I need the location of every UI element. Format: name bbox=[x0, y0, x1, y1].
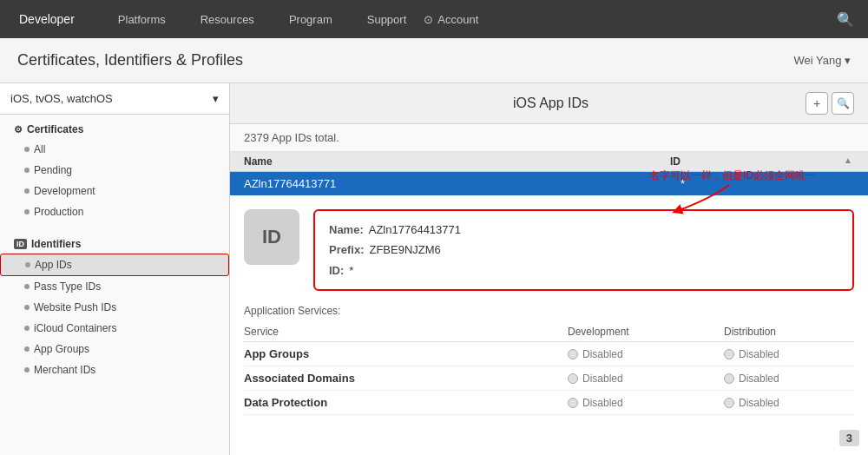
sidebar-item-merchantids-label: Merchant IDs bbox=[34, 364, 95, 376]
sidebar-item-all[interactable]: All bbox=[0, 139, 229, 160]
service-associateddomains-dev: Disabled bbox=[568, 373, 724, 385]
content-title: iOS App IDs bbox=[296, 96, 806, 111]
services-section: Application Services: Service Developmen… bbox=[230, 305, 868, 425]
sidebar: iOS, tvOS, watchOS ▾ ⚙ Certificates All … bbox=[0, 83, 230, 455]
nav-program[interactable]: Program bbox=[272, 0, 350, 38]
app-ids-count: 2379 App IDs total. bbox=[230, 124, 868, 152]
identifiers-icon: ID bbox=[14, 239, 27, 249]
search-icon: 🔍 bbox=[837, 97, 850, 109]
svc-header-service: Service bbox=[244, 326, 568, 338]
radio-appgroups-dist: Disabled bbox=[724, 348, 854, 360]
sort-icon[interactable]: ▲ bbox=[844, 155, 854, 168]
services-table-header: Service Development Distribution bbox=[244, 322, 854, 342]
radio-assocdomains-dev: Disabled bbox=[568, 373, 724, 385]
name-value: AZln17764413771 bbox=[369, 220, 461, 240]
sidebar-item-passtypeids[interactable]: Pass Type IDs bbox=[0, 276, 229, 297]
page-badge: 3 bbox=[839, 430, 859, 446]
sidebar-item-icloudcontainers[interactable]: iCloud Containers bbox=[0, 318, 229, 339]
info-name-row: Name: AZln17764413771 bbox=[329, 220, 838, 240]
radio-dataprot-dist: Disabled bbox=[724, 397, 854, 409]
dataprot-dist-value: Disabled bbox=[739, 397, 779, 409]
table-header: Name ID ▲ bbox=[230, 152, 868, 172]
nav-search-icon[interactable]: 🔍 bbox=[837, 11, 854, 28]
dot-icon bbox=[24, 147, 30, 152]
service-appgroups-dev: Disabled bbox=[568, 348, 724, 360]
section-certificates: ⚙ Certificates bbox=[0, 115, 229, 139]
service-appgroups-dist: Disabled bbox=[724, 348, 854, 360]
selected-row[interactable]: AZln17764413771 * bbox=[230, 172, 868, 195]
name-label: Name: bbox=[329, 220, 364, 240]
radio-dataprot-dev: Disabled bbox=[568, 397, 724, 409]
section-certificates-label: Certificates bbox=[27, 123, 83, 135]
assocdomains-dev-value: Disabled bbox=[582, 373, 623, 385]
page-title: Certificates, Identifiers & Profiles bbox=[17, 51, 243, 69]
dataprot-dev-value: Disabled bbox=[582, 397, 623, 409]
chevron-down-icon: ▾ bbox=[213, 92, 219, 105]
service-appgroups-name: App Groups bbox=[244, 347, 568, 360]
svc-header-development: Development bbox=[568, 326, 724, 338]
user-name[interactable]: Wei Yang bbox=[793, 54, 851, 67]
radio-circle-icon bbox=[568, 349, 578, 359]
nav-platforms[interactable]: Platforms bbox=[101, 0, 183, 38]
nav-items: Platforms Resources Program Support ⊙ Ac… bbox=[101, 0, 823, 38]
detail-area: ID Name: AZln17764413771 Prefix: ZFBE9NJ… bbox=[230, 195, 868, 305]
content-area: iOS App IDs + 🔍 2379 App IDs total. Name… bbox=[230, 83, 868, 455]
services-title: Application Services: bbox=[244, 305, 854, 317]
nav-account[interactable]: ⊙ Account bbox=[424, 13, 478, 26]
platform-label: iOS, tvOS, watchOS bbox=[10, 92, 113, 105]
sidebar-item-merchantids[interactable]: Merchant IDs bbox=[0, 359, 229, 380]
dot-icon bbox=[24, 209, 30, 214]
top-nav: Developer Platforms Resources Program Su… bbox=[0, 0, 868, 38]
platform-dropdown[interactable]: iOS, tvOS, watchOS ▾ bbox=[0, 83, 229, 115]
prefix-value: ZFBE9NJZM6 bbox=[369, 240, 440, 260]
service-dataprotection-dist: Disabled bbox=[724, 397, 854, 409]
sidebar-item-production[interactable]: Production bbox=[0, 201, 229, 222]
logo-text: Developer bbox=[19, 12, 75, 26]
add-button[interactable]: + bbox=[806, 92, 828, 115]
assocdomains-dist-value: Disabled bbox=[739, 373, 779, 385]
service-row-associateddomains: Associated Domains Disabled Disabled bbox=[244, 366, 854, 391]
dot-icon bbox=[25, 262, 30, 267]
detail-id-icon: ID bbox=[244, 209, 299, 265]
sidebar-item-websitepushids[interactable]: Website Push IDs bbox=[0, 297, 229, 318]
col-name-header: Name bbox=[244, 155, 670, 168]
section-identifiers-label: Identifiers bbox=[31, 238, 81, 250]
sidebar-item-appids[interactable]: App IDs bbox=[0, 254, 229, 276]
sidebar-item-appgroups[interactable]: App Groups bbox=[0, 339, 229, 359]
radio-circle-icon bbox=[724, 398, 734, 408]
dot-icon bbox=[24, 284, 30, 289]
radio-circle-icon bbox=[724, 349, 734, 359]
search-button[interactable]: 🔍 bbox=[832, 92, 854, 115]
service-row-appgroups: App Groups Disabled Disabled bbox=[244, 342, 854, 366]
id-label: ID: bbox=[329, 260, 344, 280]
dot-icon bbox=[24, 305, 30, 310]
dot-icon bbox=[24, 326, 30, 331]
sidebar-item-all-label: All bbox=[34, 143, 45, 155]
col-id-header: ID bbox=[670, 155, 844, 168]
sidebar-item-pending[interactable]: Pending bbox=[0, 160, 229, 181]
svc-header-distribution: Distribution bbox=[724, 326, 854, 338]
radio-circle-icon bbox=[568, 398, 578, 408]
radio-circle-icon bbox=[568, 373, 578, 384]
sidebar-item-development[interactable]: Development bbox=[0, 181, 229, 201]
account-icon: ⊙ bbox=[424, 13, 433, 26]
section-identifiers: ID Identifiers bbox=[0, 229, 229, 254]
service-row-dataprotection: Data Protection Disabled Disabled bbox=[244, 391, 854, 415]
nav-support[interactable]: Support bbox=[350, 0, 424, 38]
sidebar-item-websitepushids-label: Website Push IDs bbox=[34, 301, 116, 313]
sidebar-item-appids-label: App IDs bbox=[35, 259, 72, 271]
dot-icon bbox=[24, 188, 30, 194]
service-associateddomains-dist: Disabled bbox=[724, 373, 854, 385]
sub-header: Certificates, Identifiers & Profiles Wei… bbox=[0, 38, 868, 83]
content-toolbar: iOS App IDs + 🔍 bbox=[230, 83, 868, 124]
service-dataprotection-dev: Disabled bbox=[568, 397, 724, 409]
certificates-icon: ⚙ bbox=[14, 124, 23, 135]
radio-circle-icon bbox=[724, 373, 734, 384]
detail-info-box: Name: AZln17764413771 Prefix: ZFBE9NJZM6… bbox=[313, 209, 854, 291]
selected-row-name: AZln17764413771 bbox=[244, 177, 667, 190]
logo[interactable]: Developer bbox=[14, 12, 75, 26]
info-prefix-row: Prefix: ZFBE9NJZM6 bbox=[329, 240, 838, 260]
toolbar-buttons: + 🔍 bbox=[806, 92, 854, 115]
nav-resources[interactable]: Resources bbox=[183, 0, 272, 38]
sidebar-item-passtypeids-label: Pass Type IDs bbox=[34, 280, 101, 293]
